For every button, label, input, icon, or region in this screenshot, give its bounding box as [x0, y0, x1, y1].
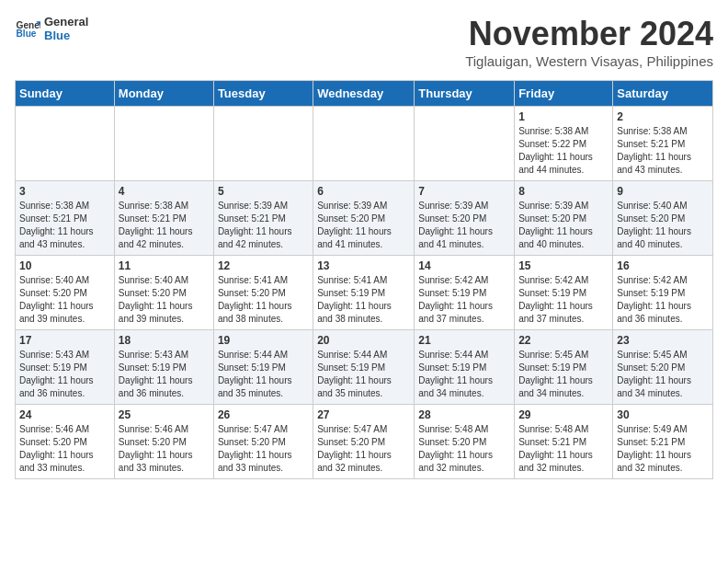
day-info: Sunrise: 5:45 AM Sunset: 5:20 PM Dayligh… — [617, 349, 709, 400]
day-number: 14 — [418, 259, 510, 272]
day-number: 15 — [518, 259, 609, 272]
day-number: 26 — [218, 408, 309, 421]
day-info: Sunrise: 5:38 AM Sunset: 5:22 PM Dayligh… — [518, 125, 609, 177]
month-title: November 2024 — [465, 15, 713, 53]
weekday-header: Tuesday — [213, 81, 313, 107]
day-info: Sunrise: 5:40 AM Sunset: 5:20 PM Dayligh… — [19, 274, 110, 326]
calendar-cell: 1Sunrise: 5:38 AM Sunset: 5:22 PM Daylig… — [515, 107, 613, 181]
day-number: 24 — [19, 408, 110, 421]
logo-line2: Blue — [44, 29, 88, 42]
calendar-cell: 16Sunrise: 5:42 AM Sunset: 5:19 PM Dayli… — [613, 256, 713, 330]
calendar-header-row: SundayMondayTuesdayWednesdayThursdayFrid… — [16, 81, 713, 107]
day-number: 3 — [19, 185, 110, 198]
calendar-cell: 17Sunrise: 5:43 AM Sunset: 5:19 PM Dayli… — [16, 330, 115, 405]
calendar-cell: 30Sunrise: 5:49 AM Sunset: 5:21 PM Dayli… — [613, 405, 713, 479]
calendar-cell — [313, 107, 415, 181]
day-number: 27 — [317, 408, 410, 421]
calendar-cell: 8Sunrise: 5:39 AM Sunset: 5:20 PM Daylig… — [515, 181, 613, 256]
header: General Blue General Blue November 2024 … — [15, 15, 713, 69]
calendar-week-row: 10Sunrise: 5:40 AM Sunset: 5:20 PM Dayli… — [16, 256, 713, 330]
calendar-cell: 23Sunrise: 5:45 AM Sunset: 5:20 PM Dayli… — [613, 330, 713, 405]
day-info: Sunrise: 5:39 AM Sunset: 5:20 PM Dayligh… — [418, 200, 510, 251]
calendar-cell: 25Sunrise: 5:46 AM Sunset: 5:20 PM Dayli… — [114, 405, 213, 479]
day-info: Sunrise: 5:43 AM Sunset: 5:19 PM Dayligh… — [119, 349, 210, 400]
svg-text:Blue: Blue — [17, 29, 37, 39]
calendar-cell — [213, 107, 313, 181]
calendar-cell: 14Sunrise: 5:42 AM Sunset: 5:19 PM Dayli… — [415, 256, 515, 330]
day-info: Sunrise: 5:40 AM Sunset: 5:20 PM Dayligh… — [119, 274, 210, 326]
day-info: Sunrise: 5:49 AM Sunset: 5:21 PM Dayligh… — [617, 423, 709, 475]
day-info: Sunrise: 5:44 AM Sunset: 5:19 PM Dayligh… — [317, 349, 410, 400]
weekday-header: Thursday — [415, 81, 515, 107]
day-info: Sunrise: 5:41 AM Sunset: 5:19 PM Dayligh… — [317, 274, 410, 326]
calendar-week-row: 24Sunrise: 5:46 AM Sunset: 5:20 PM Dayli… — [16, 405, 713, 479]
calendar-cell: 20Sunrise: 5:44 AM Sunset: 5:19 PM Dayli… — [313, 330, 415, 405]
calendar-table: SundayMondayTuesdayWednesdayThursdayFrid… — [15, 80, 713, 479]
weekday-header: Friday — [515, 81, 613, 107]
calendar-cell: 18Sunrise: 5:43 AM Sunset: 5:19 PM Dayli… — [114, 330, 213, 405]
day-info: Sunrise: 5:48 AM Sunset: 5:21 PM Dayligh… — [518, 423, 609, 475]
day-info: Sunrise: 5:38 AM Sunset: 5:21 PM Dayligh… — [19, 200, 110, 251]
day-number: 13 — [317, 259, 410, 272]
day-number: 18 — [119, 334, 210, 347]
day-info: Sunrise: 5:47 AM Sunset: 5:20 PM Dayligh… — [317, 423, 410, 475]
calendar-cell: 15Sunrise: 5:42 AM Sunset: 5:19 PM Dayli… — [515, 256, 613, 330]
calendar-cell: 22Sunrise: 5:45 AM Sunset: 5:19 PM Dayli… — [515, 330, 613, 405]
day-number: 1 — [518, 110, 609, 123]
day-number: 8 — [518, 185, 609, 198]
calendar-cell: 5Sunrise: 5:39 AM Sunset: 5:21 PM Daylig… — [213, 181, 313, 256]
day-info: Sunrise: 5:39 AM Sunset: 5:21 PM Dayligh… — [218, 200, 309, 251]
calendar-cell: 3Sunrise: 5:38 AM Sunset: 5:21 PM Daylig… — [16, 181, 115, 256]
day-number: 12 — [218, 259, 309, 272]
day-info: Sunrise: 5:43 AM Sunset: 5:19 PM Dayligh… — [19, 349, 110, 400]
weekday-header: Sunday — [16, 81, 115, 107]
calendar-cell: 12Sunrise: 5:41 AM Sunset: 5:20 PM Dayli… — [213, 256, 313, 330]
calendar-cell: 28Sunrise: 5:48 AM Sunset: 5:20 PM Dayli… — [415, 405, 515, 479]
day-info: Sunrise: 5:39 AM Sunset: 5:20 PM Dayligh… — [518, 200, 609, 251]
day-info: Sunrise: 5:45 AM Sunset: 5:19 PM Dayligh… — [518, 349, 609, 400]
day-number: 9 — [617, 185, 709, 198]
calendar-week-row: 3Sunrise: 5:38 AM Sunset: 5:21 PM Daylig… — [16, 181, 713, 256]
location-subtitle: Tiglauigan, Western Visayas, Philippines — [465, 53, 713, 69]
day-number: 16 — [617, 259, 709, 272]
calendar-cell — [114, 107, 213, 181]
day-info: Sunrise: 5:39 AM Sunset: 5:20 PM Dayligh… — [317, 200, 410, 251]
calendar-cell: 21Sunrise: 5:44 AM Sunset: 5:19 PM Dayli… — [415, 330, 515, 405]
day-number: 23 — [617, 334, 709, 347]
day-number: 5 — [218, 185, 309, 198]
day-number: 19 — [218, 334, 309, 347]
weekday-header: Monday — [114, 81, 213, 107]
title-area: November 2024 Tiglauigan, Western Visaya… — [465, 15, 713, 69]
calendar-cell: 29Sunrise: 5:48 AM Sunset: 5:21 PM Dayli… — [515, 405, 613, 479]
day-info: Sunrise: 5:42 AM Sunset: 5:19 PM Dayligh… — [518, 274, 609, 326]
calendar-cell: 7Sunrise: 5:39 AM Sunset: 5:20 PM Daylig… — [415, 181, 515, 256]
day-number: 22 — [518, 334, 609, 347]
day-number: 20 — [317, 334, 410, 347]
day-info: Sunrise: 5:42 AM Sunset: 5:19 PM Dayligh… — [617, 274, 709, 326]
day-number: 11 — [119, 259, 210, 272]
day-info: Sunrise: 5:46 AM Sunset: 5:20 PM Dayligh… — [119, 423, 210, 475]
day-number: 10 — [19, 259, 110, 272]
calendar-cell — [415, 107, 515, 181]
day-info: Sunrise: 5:46 AM Sunset: 5:20 PM Dayligh… — [19, 423, 110, 475]
calendar-cell: 10Sunrise: 5:40 AM Sunset: 5:20 PM Dayli… — [16, 256, 115, 330]
calendar-cell: 4Sunrise: 5:38 AM Sunset: 5:21 PM Daylig… — [114, 181, 213, 256]
logo-icon: General Blue — [15, 16, 40, 41]
day-number: 25 — [119, 408, 210, 421]
day-info: Sunrise: 5:44 AM Sunset: 5:19 PM Dayligh… — [418, 349, 510, 400]
day-info: Sunrise: 5:40 AM Sunset: 5:20 PM Dayligh… — [617, 200, 709, 251]
calendar-cell: 27Sunrise: 5:47 AM Sunset: 5:20 PM Dayli… — [313, 405, 415, 479]
calendar-cell: 2Sunrise: 5:38 AM Sunset: 5:21 PM Daylig… — [613, 107, 713, 181]
calendar-cell: 13Sunrise: 5:41 AM Sunset: 5:19 PM Dayli… — [313, 256, 415, 330]
logo-line1: General — [44, 15, 88, 29]
calendar-week-row: 1Sunrise: 5:38 AM Sunset: 5:22 PM Daylig… — [16, 107, 713, 181]
day-info: Sunrise: 5:41 AM Sunset: 5:20 PM Dayligh… — [218, 274, 309, 326]
day-info: Sunrise: 5:47 AM Sunset: 5:20 PM Dayligh… — [218, 423, 309, 475]
calendar-cell: 24Sunrise: 5:46 AM Sunset: 5:20 PM Dayli… — [16, 405, 115, 479]
day-number: 4 — [119, 185, 210, 198]
weekday-header: Saturday — [613, 81, 713, 107]
day-number: 17 — [19, 334, 110, 347]
day-info: Sunrise: 5:38 AM Sunset: 5:21 PM Dayligh… — [119, 200, 210, 251]
calendar-cell: 6Sunrise: 5:39 AM Sunset: 5:20 PM Daylig… — [313, 181, 415, 256]
day-number: 29 — [518, 408, 609, 421]
